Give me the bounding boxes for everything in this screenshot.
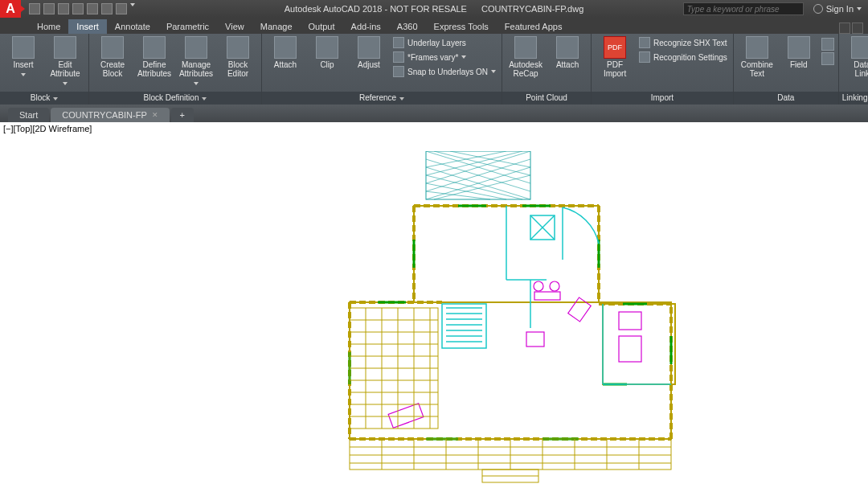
-frames-vary--button[interactable]: *Frames vary* xyxy=(391,51,497,64)
button-label: Insert xyxy=(13,60,33,78)
svg-line-12 xyxy=(434,175,530,199)
combine-button[interactable]: CombineText xyxy=(738,36,776,78)
file-tab-start[interactable]: Start xyxy=(8,108,49,122)
panel-title[interactable]: Block Definition xyxy=(89,92,261,105)
user-icon xyxy=(813,4,823,14)
chevron-down-icon xyxy=(491,70,496,73)
panel-small-button[interactable] xyxy=(821,38,834,51)
button-label: CombineText xyxy=(741,60,773,78)
ribbon-tail-controls xyxy=(839,23,868,34)
create-button[interactable]: CreateBlock xyxy=(93,36,132,78)
manage-button[interactable]: ManageAttributes xyxy=(177,36,215,87)
field-button[interactable]: Field xyxy=(780,36,818,69)
svg-point-54 xyxy=(534,281,543,291)
edit-button[interactable]: EditAttribute xyxy=(46,36,84,87)
ribbon-panel-point-cloud: AutodeskReCapAttachPoint Cloud xyxy=(502,34,592,105)
ribbon-tab-strip: HomeInsertAnnotateParametricViewManageOu… xyxy=(0,18,868,34)
close-icon[interactable]: ✕ xyxy=(152,111,158,119)
panel-title: Linking & Extraction xyxy=(839,92,868,105)
underlay-layers-button[interactable]: Underlay Layers xyxy=(391,36,497,49)
tool-icon xyxy=(788,36,810,59)
tool-icon xyxy=(274,36,297,59)
button-label: EditAttribute xyxy=(50,60,80,87)
title-bar: A Autodesk AutoCAD 2018 - NOT FOR RESALE… xyxy=(0,0,868,18)
signin-label: Sign In xyxy=(826,4,854,14)
insert-button[interactable]: Insert xyxy=(4,36,43,78)
ribbon-help-icon[interactable] xyxy=(852,23,863,34)
panel-small-button[interactable] xyxy=(821,52,834,65)
ribbon-panel-reference: AttachClipAdjustUnderlay Layers*Frames v… xyxy=(262,34,502,105)
svg-line-13 xyxy=(426,151,522,175)
ribbon-tab-featured-apps[interactable]: Featured Apps xyxy=(497,19,571,34)
qat-save-icon[interactable] xyxy=(58,3,69,14)
svg-rect-17 xyxy=(603,304,675,384)
panel-title: Data xyxy=(734,92,838,105)
ribbon-tab-a360[interactable]: A360 xyxy=(389,19,426,34)
ribbon-tab-view[interactable]: View xyxy=(217,19,252,34)
adjust-button[interactable]: Adjust xyxy=(350,36,388,69)
signin-button[interactable]: Sign In xyxy=(813,4,862,14)
tool-icon: PDF xyxy=(604,36,626,59)
button-label: ManageAttributes xyxy=(179,60,213,87)
item-label: Underlay Layers xyxy=(407,39,466,47)
app-menu-button[interactable]: A xyxy=(0,0,21,18)
tool-icon xyxy=(101,36,124,59)
clip-button[interactable]: Clip xyxy=(308,36,346,69)
qat-open-icon[interactable] xyxy=(43,3,55,14)
button-label: Clip xyxy=(320,60,334,69)
button-label: DataLink xyxy=(854,60,868,78)
tool-icon xyxy=(514,36,537,59)
tool-icon xyxy=(316,36,338,59)
ribbon-tab-annotate[interactable]: Annotate xyxy=(107,19,158,34)
tool-icon xyxy=(143,36,166,59)
snap-to-underlays-on--button[interactable]: Snap to Underlays ON xyxy=(391,65,497,78)
recognition-settings-button[interactable]: Recognition Settings xyxy=(637,51,729,64)
attach-button[interactable]: Attach xyxy=(266,36,305,69)
file-tab-strip: StartCOUNTRYCABIN-FP✕+ xyxy=(0,105,868,122)
drawing-area[interactable] xyxy=(0,135,868,488)
pdf-button[interactable]: PDFPDFImport xyxy=(596,36,634,78)
ribbon-tab-output[interactable]: Output xyxy=(301,19,343,34)
qat-undo-icon[interactable] xyxy=(101,3,113,14)
quick-access-toolbar xyxy=(29,3,135,14)
block-button[interactable]: BlockEditor xyxy=(219,36,257,78)
viewport-label[interactable]: [−][Top][2D Wireframe] xyxy=(0,122,868,135)
panel-title[interactable]: Block xyxy=(0,92,88,105)
qat-new-icon[interactable] xyxy=(29,3,40,14)
button-label: PDFImport xyxy=(604,60,626,78)
tool-icon xyxy=(54,36,76,59)
app-title-text: Autodesk AutoCAD 2018 - NOT FOR RESALE xyxy=(285,4,467,14)
ribbon-tab-express-tools[interactable]: Express Tools xyxy=(426,19,497,34)
ribbon-tab-add-ins[interactable]: Add-ins xyxy=(343,19,389,34)
svg-line-8 xyxy=(426,191,490,199)
ribbon-expand-icon[interactable] xyxy=(839,23,850,34)
ribbon-tab-insert[interactable]: Insert xyxy=(68,19,107,34)
ribbon-tab-parametric[interactable]: Parametric xyxy=(158,19,217,34)
ribbon-panel-linking-extraction: DataLinkLinking & Extraction xyxy=(839,34,868,105)
file-tab-label: COUNTRYCABIN-FP xyxy=(62,110,147,120)
item-label: *Frames vary* xyxy=(407,53,458,62)
ribbon-panel-data: CombineTextFieldData xyxy=(734,34,839,105)
help-search-input[interactable] xyxy=(683,2,804,15)
new-tab-button[interactable]: + xyxy=(171,108,194,122)
qat-redo-icon[interactable] xyxy=(116,3,127,14)
qat-dropdown-icon[interactable] xyxy=(130,3,135,6)
data-button[interactable]: DataLink xyxy=(843,36,868,78)
ribbon-tab-manage[interactable]: Manage xyxy=(252,19,301,34)
tool-icon xyxy=(746,36,768,59)
button-label: Attach xyxy=(274,60,297,69)
tool-icon xyxy=(393,66,404,77)
attach-button[interactable]: Attach xyxy=(548,36,587,69)
panel-title: Point Cloud xyxy=(502,92,591,105)
qat-saveas-icon[interactable] xyxy=(72,3,84,14)
file-tab-countrycabin-fp[interactable]: COUNTRYCABIN-FP✕ xyxy=(51,108,170,122)
autodesk-button[interactable]: AutodeskReCap xyxy=(506,36,545,78)
svg-rect-59 xyxy=(619,312,641,330)
panel-title[interactable]: Reference xyxy=(262,92,502,105)
qat-plot-icon[interactable] xyxy=(87,3,98,14)
define-button[interactable]: DefineAttributes xyxy=(135,36,174,78)
recognize-shx-text-button[interactable]: Recognize SHX Text xyxy=(637,36,729,49)
item-label: Recognition Settings xyxy=(653,53,727,62)
button-label: Field xyxy=(790,60,808,69)
ribbon-tab-home[interactable]: Home xyxy=(29,19,68,34)
